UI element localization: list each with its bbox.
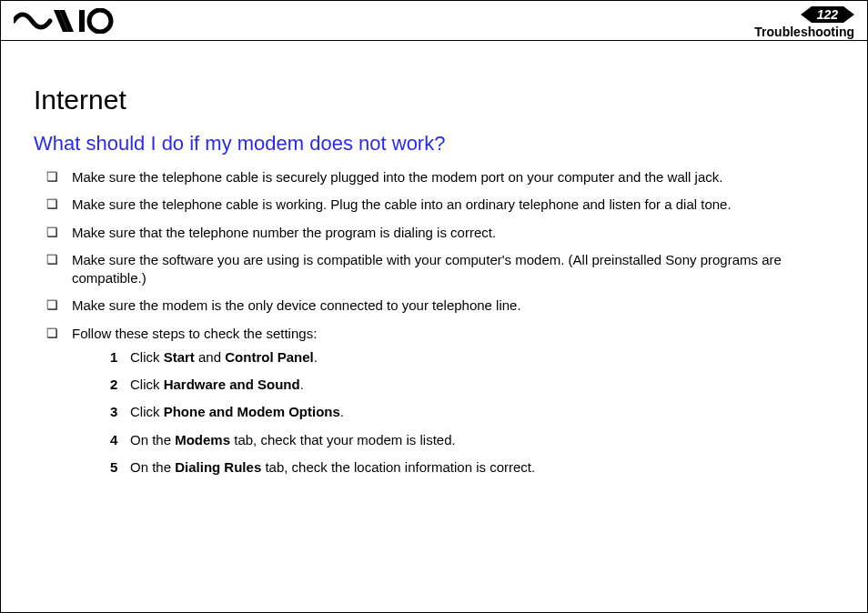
step-text: On the Dialing Rules tab, check the loca… [130, 459, 535, 475]
step-number: 1 [110, 348, 117, 367]
step-item: 5 On the Dialing Rules tab, check the lo… [110, 458, 834, 477]
step-text: On the Modems tab, check that your modem… [130, 432, 456, 447]
step-text: Click Phone and Modem Options. [130, 404, 344, 419]
svg-rect-2 [79, 10, 85, 32]
list-item: Follow these steps to check the settings… [46, 325, 834, 477]
step-item: 1 Click Start and Control Panel. [110, 348, 834, 367]
page-title: Internet [34, 85, 834, 116]
step-number: 3 [110, 403, 117, 421]
step-number: 2 [110, 376, 117, 394]
header: 122 Troubleshooting [1, 1, 867, 41]
list-item: Make sure the software you are using is … [46, 251, 834, 288]
step-text: Click Hardware and Sound. [130, 377, 304, 392]
step-number: 4 [110, 431, 117, 449]
steps-list: 1 Click Start and Control Panel. 2 Click… [72, 348, 834, 477]
content: Internet What should I do if my modem do… [1, 41, 867, 477]
step-number: 5 [110, 458, 117, 477]
page-number-band: 122 [754, 6, 854, 23]
list-item: Make sure the telephone cable is working… [46, 196, 834, 214]
step-item: 2 Click Hardware and Sound. [110, 376, 834, 394]
prev-page-arrow-icon[interactable] [801, 6, 812, 23]
page-number: 122 [812, 6, 843, 23]
step-item: 3 Click Phone and Modem Options. [110, 403, 834, 421]
vaio-logo [14, 8, 114, 34]
list-item: Make sure the modem is the only device c… [46, 296, 834, 315]
header-right: 122 Troubleshooting [754, 6, 854, 39]
list-item: Make sure that the telephone number the … [46, 224, 834, 242]
bullet-list: Make sure the telephone cable is securel… [34, 168, 834, 477]
list-item-text: Follow these steps to check the settings… [72, 326, 317, 341]
page: 122 Troubleshooting Internet What should… [0, 0, 868, 613]
list-item: Make sure the telephone cable is securel… [46, 168, 834, 186]
step-text: Click Start and Control Panel. [130, 349, 318, 365]
vaio-logo-svg [14, 8, 114, 34]
step-item: 4 On the Modems tab, check that your mod… [110, 431, 834, 449]
svg-point-3 [89, 10, 111, 32]
question-heading: What should I do if my modem does not wo… [34, 132, 834, 156]
section-label: Troubleshooting [754, 25, 854, 39]
next-page-arrow-icon[interactable] [843, 6, 854, 23]
